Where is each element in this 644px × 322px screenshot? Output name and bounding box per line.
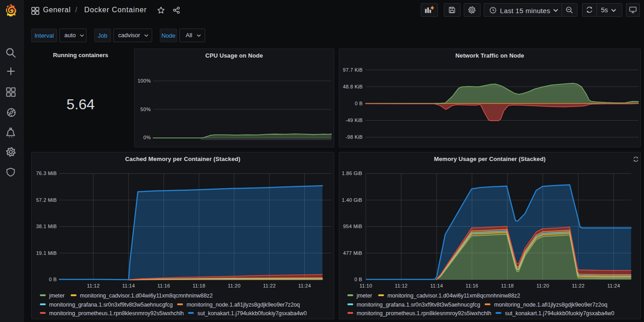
svg-text:50%: 50%: [140, 107, 151, 112]
svg-text:-49 KiB: -49 KiB: [346, 117, 363, 123]
svg-text:48.8 KiB: 48.8 KiB: [343, 84, 363, 89]
svg-text:100%: 100%: [138, 78, 151, 83]
svg-text:-98 KiB: -98 KiB: [346, 134, 363, 140]
svg-text:97.7 KiB: 97.7 KiB: [343, 67, 363, 73]
svg-text:0%: 0%: [144, 135, 151, 140]
svg-text:0 B: 0 B: [355, 101, 363, 106]
